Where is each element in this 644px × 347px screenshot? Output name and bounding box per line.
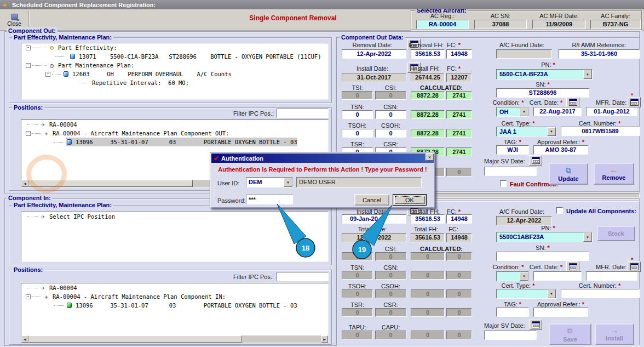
update-button[interactable]: Update [549,163,588,185]
tree-node-label[interactable]: RA-00004 [49,285,77,291]
tree-node-interval[interactable]: Repetitive Interval: 60 MO; [21,78,328,87]
in-condition-dropdown-arrow-icon[interactable] [520,272,528,281]
in-pn-dropdown-arrow-icon[interactable] [583,232,592,242]
update-all-checkbox[interactable] [556,207,563,214]
in-calc-fh-3: 0 [411,289,445,298]
tree-node-label[interactable]: RA-00004 - Aircraft Maintenance Plan Com… [53,130,229,136]
approval-refer-field[interactable]: AMO 30-87 [533,145,588,155]
in-sn-field[interactable] [496,252,589,261]
update-label: Update [558,175,578,182]
tree-node-label[interactable]: 12603 OH PERFORM OVERHAUL A/C Counts [72,71,232,77]
mfr-date-calendar-button[interactable] [628,97,641,107]
tree-node-label[interactable]: RA-00004 [49,121,77,128]
in-cert-number-field[interactable] [561,289,640,298]
tree-node-position-selected[interactable]: 13096 35-31-01-07 03 PORTABLE OXYGEN BOT… [21,138,328,146]
in-major-sv-calendar-button[interactable] [529,320,542,330]
expander-icon[interactable] [26,131,31,136]
tree-node-maintenance-plan[interactable]: Part Maintenance Plan: [21,61,328,70]
in-filter-input[interactable] [277,272,329,281]
major-sv-date-field[interactable] [484,167,537,176]
in-positions-tree: RA-00004 RA-00004 - Aircraft Maintenance… [21,283,329,343]
expander-icon[interactable] [26,63,31,68]
in-cert-type-dropdown-arrow-icon[interactable] [547,289,556,298]
in-mfr-date-field[interactable] [586,271,637,281]
remove-button[interactable]: Remove [594,163,634,185]
password-input[interactable]: *** [246,195,293,204]
in-install-fc-field[interactable]: 14948 [446,214,472,224]
tsn-field[interactable]: 0 [342,110,373,119]
tree-node-part[interactable]: 13071 5500-C1A-BF23A ST288696 BOTTLE - O… [21,52,328,61]
in-approval-refer-field[interactable] [533,308,588,317]
tree-node-effectivity[interactable]: Part Effectivity: [21,43,328,52]
pn-dropdown-arrow-icon[interactable] [583,70,592,79]
tree-node-label[interactable]: Part Effectivity: [58,44,117,51]
tree-node-aircraft[interactable]: RA-00004 [21,283,328,292]
in-cert-date-field[interactable] [533,271,582,281]
cert-type-dropdown-arrow-icon[interactable] [547,127,556,136]
tag-field[interactable]: WJI [496,145,529,155]
out-filter-input[interactable] [277,109,329,118]
tree-node-select-ipc[interactable]: Select IPC Position [21,212,328,221]
in-pn-dropdown[interactable]: 5500C1ABF23A [496,232,593,242]
total-fc-label: FC: [447,226,460,232]
tree-node-task[interactable]: 12603 OH PERFORM OVERHAUL A/C Counts [21,70,328,78]
tree-node-position[interactable]: 13096 35-31-01-07 03 PORTABLE OXYGEN BOT… [21,301,328,310]
expander-icon[interactable] [45,72,50,77]
ac-reg-field[interactable]: RA-00004 [416,20,469,29]
amm-reference-field[interactable]: 35-31-01-960 [559,49,640,59]
calendar-icon [630,99,639,106]
tree-connector [54,305,64,306]
update-icon [566,166,571,175]
tree-node-label[interactable]: Part Maintenance Plan: [58,62,134,69]
ok-button[interactable]: OK [393,194,427,206]
major-sv-calendar-button[interactable] [529,155,542,166]
in-cert-date-calendar-button[interactable] [566,261,579,272]
close-button[interactable]: Close [3,11,26,29]
tree-node-label[interactable]: Select IPC Position [49,213,115,220]
csoh-field[interactable]: 0 [375,129,406,138]
tree-node-label[interactable]: 13096 35-31-01-07 03 PORTABLE OXYGEN BOT… [76,139,297,145]
csn-field[interactable]: 0 [375,110,406,119]
condition-label: Condition: [491,99,526,106]
sn-field[interactable]: ST288696 [496,88,589,98]
removal-date-field[interactable]: 12-Apr-2022 [342,49,406,59]
cert-number-field[interactable]: 0817WB1589 [561,127,640,136]
tree-node-label[interactable]: 13071 5500-C1A-BF23A ST288696 BOTTLE - O… [79,53,321,60]
sn-label: SN: [496,81,589,88]
cert-date-calendar-button[interactable] [566,97,579,107]
tree-node-plan-out[interactable]: RA-00004 - Aircraft Maintenance Plan Com… [21,129,328,138]
in-csoh-label: CSOH: [375,283,406,289]
in-install-fh-field[interactable]: 35616.53 [411,214,445,224]
in-install-date-field[interactable]: 09-Jan-20 [342,214,406,224]
tree-node-aircraft[interactable]: RA-00004 [21,120,328,129]
out-part-plan-tree: Part Effectivity: 13071 5500-C1A-BF23A S… [21,43,329,100]
in-major-sv-date-field[interactable] [484,331,537,340]
condition-dropdown-arrow-icon[interactable] [520,107,528,116]
tree-node-label[interactable]: 13096 35-31-01-07 03 PORTABLE OXYGEN BOT… [76,302,297,309]
in-mfr-date-calendar-button[interactable] [628,261,641,272]
in-positions-hscrollbar[interactable]: ◀ ▶ [21,335,328,343]
scroll-right-icon[interactable]: ▶ [321,335,328,343]
expander-icon[interactable] [26,45,31,50]
pn-dropdown[interactable]: 5500-C1A-BF23A [496,69,593,79]
scroll-thumb[interactable] [28,335,242,343]
fault-confirmed-checkbox[interactable] [500,180,507,187]
total-date-label: Total Date: [342,226,403,232]
tree-node-label[interactable]: Repetitive Interval: 60 MO; [92,79,189,86]
tree-node-label[interactable]: RA-00004 - Aircraft Maintenance Plan Com… [53,293,226,300]
in-tag-field[interactable] [496,308,529,317]
tree-node-plan-in[interactable]: RA-00004 - Aircraft Maintenance Plan Com… [21,292,328,301]
removal-fc-field[interactable]: 14948 [446,49,472,59]
cancel-button[interactable]: Cancel [354,194,389,206]
mfr-date-field[interactable]: 01-Aug-2012 [586,107,637,116]
scroll-left-icon[interactable]: ◀ [21,335,28,343]
user-id-dropdown-arrow-icon[interactable] [284,178,292,187]
removal-fh-field[interactable]: 35616.53 [411,49,445,59]
expander-icon[interactable] [26,294,31,299]
ac-family-field: B737-NG [590,20,641,29]
dialog-close-icon[interactable]: × [426,153,434,161]
tsoh-field[interactable]: 0 [342,129,373,138]
in-cert-type-label: Cert. Type: [496,282,540,289]
in-tsr-field: 0 [342,308,373,317]
cert-date-field[interactable]: 22-Aug-2017 [533,107,582,116]
